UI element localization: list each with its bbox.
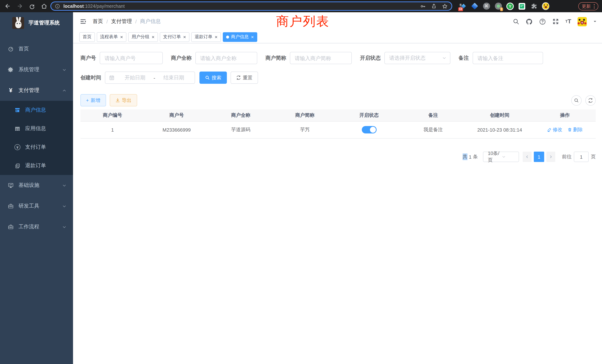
sidebar-fold-icon[interactable] xyxy=(79,18,87,25)
cell-merchant-id: 1 xyxy=(80,121,145,138)
status-toggle[interactable] xyxy=(362,126,376,133)
briefcase-icon xyxy=(7,224,14,230)
browser-menu-icon[interactable] xyxy=(594,4,595,9)
sidebar-item-label: 研发工具 xyxy=(19,203,39,209)
github-icon[interactable] xyxy=(526,18,533,25)
extension-kite-icon[interactable] xyxy=(471,2,478,10)
export-button[interactable]: 导出 xyxy=(109,94,137,106)
sidebar-item-workflow[interactable]: 工作流程 xyxy=(0,216,73,237)
extensions-puzzle-icon[interactable] xyxy=(530,2,538,10)
tab-label: 用户分组 xyxy=(132,34,149,40)
sidebar-item-pay[interactable]: ¥ 支付管理 xyxy=(0,80,73,101)
toggle-search-icon[interactable] xyxy=(571,95,582,106)
sidebar-item-home[interactable]: 首页 xyxy=(0,39,73,59)
home-button[interactable] xyxy=(40,2,49,11)
cell-status xyxy=(337,121,401,138)
password-key-icon[interactable] xyxy=(420,3,426,9)
pagination: 共1条 10条/页 1 前往 页 xyxy=(463,152,596,162)
close-icon[interactable] xyxy=(183,35,186,38)
sidebar-item-refund-order[interactable]: 退款订单 xyxy=(0,156,73,175)
share-icon[interactable] xyxy=(431,3,437,9)
create-time-range-picker[interactable]: 开始日期 - 结束日期 xyxy=(105,72,195,84)
sidebar-item-app-info[interactable]: 应用信息 xyxy=(0,119,73,138)
chevron-down-icon xyxy=(62,225,66,229)
goto-page-input[interactable] xyxy=(574,152,589,162)
page-size-select[interactable]: 10条/页 xyxy=(483,152,519,162)
tab-pay-order[interactable]: 支付订单 xyxy=(160,32,189,42)
full-name-input[interactable] xyxy=(195,52,257,64)
browser-nav-buttons xyxy=(3,2,49,11)
cell-merchant-no: M233666999 xyxy=(145,121,209,138)
sidebar-item-infra[interactable]: 基础设施 xyxy=(0,175,73,196)
tab-label: 支付订单 xyxy=(163,34,181,40)
sidebar-item-pay-order[interactable]: ¥ 支付订单 xyxy=(0,138,73,156)
reload-button[interactable] xyxy=(27,2,36,11)
search-icon[interactable] xyxy=(513,18,519,25)
search-button[interactable]: 搜索 xyxy=(199,72,227,84)
cell-full-name: 芋道源码 xyxy=(209,121,273,138)
sidebar-item-system[interactable]: 系统管理 xyxy=(0,59,73,80)
page-number-1[interactable]: 1 xyxy=(534,152,544,162)
extension-command-icon[interactable]: ⌘ xyxy=(483,2,490,10)
forward-button[interactable] xyxy=(15,2,24,11)
add-button[interactable]: + 新增 xyxy=(80,94,106,106)
sidebar-item-merchant-info[interactable]: 商户信息 xyxy=(0,101,73,119)
breadcrumb-home[interactable]: 首页 xyxy=(93,18,103,25)
user-menu-caret-icon[interactable] xyxy=(593,20,597,23)
close-icon[interactable] xyxy=(152,35,155,38)
close-icon[interactable] xyxy=(251,35,254,38)
font-size-icon[interactable]: TT xyxy=(565,19,571,24)
chevron-down-icon xyxy=(442,56,446,60)
sidebar-item-label: 工作流程 xyxy=(19,224,39,230)
tab-refund-order[interactable]: 退款订单 xyxy=(191,32,221,42)
refresh-icon[interactable] xyxy=(585,95,596,106)
prev-page-button[interactable] xyxy=(523,152,532,162)
tag-view-bar: 首页 流程表单 用户分组 支付订单 退款订单 商户信息 xyxy=(73,31,602,43)
address-bar[interactable]: localhost:1024/pay/merchant xyxy=(50,1,452,11)
extension-blocks-icon[interactable]: 10 xyxy=(459,2,466,10)
table-header-row: 商户编号 商户号 商户全称 商户简称 开启状态 备注 创建时间 操作 xyxy=(80,109,596,121)
yen-circle-icon: ¥ xyxy=(14,144,21,150)
sidebar-item-label: 应用信息 xyxy=(25,125,46,132)
status-select[interactable]: 请选择开启状态 xyxy=(384,52,450,64)
sidebar-item-label: 商户信息 xyxy=(25,107,46,113)
back-button[interactable] xyxy=(3,2,12,11)
breadcrumb-separator: / xyxy=(106,19,108,24)
edit-link[interactable]: 修改 xyxy=(547,126,562,133)
cell-remark: 我是备注 xyxy=(401,121,465,138)
extension-y-icon[interactable]: Y xyxy=(506,2,514,10)
fullscreen-icon[interactable] xyxy=(552,18,559,25)
profile-avatar-icon[interactable] xyxy=(542,2,549,10)
close-icon[interactable] xyxy=(120,35,123,38)
bookmark-star-icon[interactable] xyxy=(442,3,448,9)
col-create-time: 创建时间 xyxy=(465,109,534,121)
next-page-button[interactable] xyxy=(546,152,555,162)
extension-chat-icon[interactable] xyxy=(518,2,526,10)
tab-merchant-info[interactable]: 商户信息 xyxy=(223,32,257,42)
cell-short-name: 芋艿 xyxy=(273,121,337,138)
close-icon[interactable] xyxy=(215,35,218,38)
sidebar-item-dev-tools[interactable]: 研发工具 xyxy=(0,196,73,216)
site-info-icon[interactable] xyxy=(55,3,60,9)
url-path: :1024/pay/merchant xyxy=(84,3,125,9)
full-name-label: 商户全称 xyxy=(171,55,192,61)
status-placeholder: 请选择开启状态 xyxy=(389,55,442,61)
short-name-input[interactable] xyxy=(290,52,352,64)
user-avatar[interactable] xyxy=(578,17,587,26)
tab-user-group[interactable]: 用户分组 xyxy=(128,32,158,42)
delete-link[interactable]: 删除 xyxy=(568,126,583,133)
merchant-table: 商户编号 商户号 商户全称 商户简称 开启状态 备注 创建时间 操作 1 M23… xyxy=(80,109,596,139)
table-row: 1 M233666999 芋道源码 芋艿 我是备注 2021-10-23 08:… xyxy=(80,121,596,138)
goto-label: 前往 xyxy=(562,153,572,160)
remark-input[interactable] xyxy=(473,52,543,64)
chrome-update-button[interactable]: 更新 xyxy=(578,2,598,10)
reset-button[interactable]: 重置 xyxy=(231,72,258,84)
extension-recorder-icon[interactable]: 1 xyxy=(494,2,502,10)
merchant-no-input[interactable] xyxy=(100,52,163,64)
breadcrumb-pay[interactable]: 支付管理 xyxy=(111,18,132,25)
search-button-label: 搜索 xyxy=(212,74,221,81)
col-merchant-id: 商户编号 xyxy=(80,109,145,121)
tab-home[interactable]: 首页 xyxy=(79,32,95,42)
help-icon[interactable] xyxy=(539,18,546,25)
tab-process-form[interactable]: 流程表单 xyxy=(97,32,126,42)
